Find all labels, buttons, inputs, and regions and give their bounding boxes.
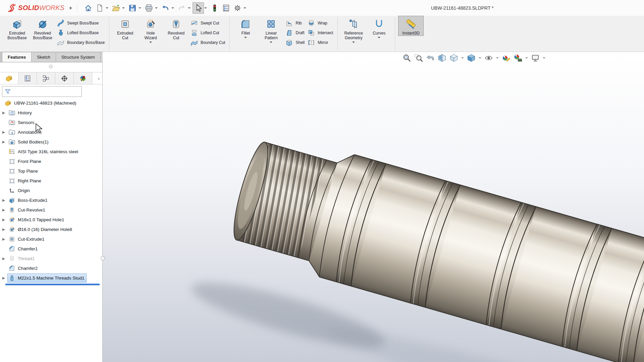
ribbon-button-curves[interactable]: Curves <box>366 16 392 39</box>
dropdown-arrow-icon[interactable] <box>496 57 499 59</box>
tree-item-annotations[interactable]: ▶AAnnotations <box>0 127 102 137</box>
ribbon-button-revolved-cut[interactable]: RevolvedCut <box>163 16 189 41</box>
viewport-3d[interactable] <box>103 52 644 362</box>
dropdown-arrow-icon[interactable] <box>139 7 141 9</box>
dropdown-arrow-icon[interactable] <box>244 37 247 38</box>
traffic-light-button[interactable] <box>209 2 220 14</box>
tree-root-item[interactable]: UBW-21161-48823 (Machined) <box>0 98 102 108</box>
hide-show-items-button[interactable] <box>484 53 494 63</box>
tree-item-chamfer2[interactable]: Chamfer2 <box>0 263 102 273</box>
expand-arrow-icon[interactable]: ▶ <box>0 256 7 261</box>
display-style-button[interactable] <box>466 53 476 63</box>
tree-item-16-0-16-diameter-hole8[interactable]: ▶Ø16.0 (16) Diameter Hole8 <box>0 225 102 234</box>
tab-sketch[interactable]: Sketch <box>31 52 56 62</box>
dropdown-arrow-icon[interactable] <box>378 37 380 38</box>
properties-list-button[interactable] <box>220 2 232 14</box>
undo-button[interactable] <box>160 2 171 14</box>
panel-tabs-expand-chevron-icon[interactable]: › <box>92 72 102 84</box>
expand-arrow-icon[interactable]: ▶ <box>0 140 7 144</box>
tree-item-sensors[interactable]: Sensors <box>0 118 102 127</box>
ribbon-button-mirror[interactable]: Mirror <box>306 38 334 47</box>
tree-item-aisi-type-316l-stainless-steel[interactable]: AISI Type 316L stainless steel <box>0 147 102 157</box>
ribbon-button-swept-cut[interactable]: Swept Cut <box>189 18 226 28</box>
ribbon-button-shell[interactable]: Shell <box>284 38 306 47</box>
view-orientation-button[interactable] <box>449 53 459 63</box>
redo-button[interactable] <box>176 2 187 14</box>
expand-arrow-icon[interactable]: ▶ <box>0 111 7 115</box>
tree-item-thread1[interactable]: ▶Thread1 <box>0 254 102 263</box>
ribbon-button-draft[interactable]: Draft <box>284 28 306 38</box>
expand-arrow-icon[interactable]: ▶ <box>0 237 7 241</box>
section-view-button[interactable] <box>437 53 447 63</box>
expand-arrow-icon[interactable]: ▶ <box>0 218 7 222</box>
options-gear-button[interactable] <box>232 2 243 14</box>
dropdown-arrow-icon[interactable] <box>155 7 158 9</box>
expand-arrow-icon[interactable]: ▶ <box>0 227 7 232</box>
dropdown-arrow-icon[interactable] <box>244 7 246 9</box>
dropdown-arrow-icon[interactable] <box>171 7 174 9</box>
ribbon-button-boundary-boss-base[interactable]: Boundary Boss/Base <box>55 38 106 47</box>
panel-splitter-handle[interactable] <box>101 256 105 260</box>
ribbon-button-boundary-cut[interactable]: Boundary Cut <box>189 38 226 47</box>
dropdown-arrow-icon[interactable] <box>188 7 191 9</box>
ribbon-button-swept-boss-base[interactable]: Swept Boss/Base <box>55 18 106 28</box>
print-button[interactable] <box>143 2 155 14</box>
expand-arrow-icon[interactable]: ▶ <box>0 130 7 134</box>
ribbon-button-linear-pattern[interactable]: LinearPattern <box>258 16 284 43</box>
panel-collapse-handle[interactable] <box>49 65 53 68</box>
panel-tab-configurationmanager[interactable] <box>37 72 55 84</box>
menu-flyout-arrow-icon[interactable] <box>70 6 72 10</box>
ribbon-button-extruded-boss-base[interactable]: ExtrudedBoss/Base <box>4 16 30 41</box>
panel-tab-displaymanager[interactable] <box>74 72 92 84</box>
ribbon-button-lofted-cut[interactable]: Lofted Cut <box>189 28 226 38</box>
ribbon-button-instant3d[interactable]: Instant3D <box>398 16 424 36</box>
dropdown-arrow-icon[interactable] <box>479 57 481 59</box>
ribbon-button-lofted-boss-base[interactable]: Lofted Boss/Base <box>55 28 106 38</box>
ribbon-button-wrap[interactable]: Wrap <box>306 18 334 28</box>
expand-arrow-icon[interactable]: ▶ <box>0 208 7 212</box>
panel-tab-featuremanager[interactable] <box>0 72 18 84</box>
expand-arrow-icon[interactable]: ▶ <box>0 276 7 280</box>
apply-scene-button[interactable] <box>513 53 523 63</box>
ribbon-button-hole-wizard[interactable]: HoleWizard <box>138 16 163 43</box>
zoom-to-fit-button[interactable] <box>402 53 412 63</box>
dropdown-arrow-icon[interactable] <box>525 57 528 59</box>
open-button[interactable] <box>110 2 122 14</box>
select-button[interactable] <box>193 2 204 14</box>
tree-item-history[interactable]: ▶History <box>0 108 102 118</box>
edit-appearance-button[interactable] <box>501 53 511 63</box>
view-settings-button[interactable] <box>530 53 540 63</box>
expand-arrow-icon[interactable]: ▶ <box>0 198 7 202</box>
tree-item-m16x1-0-tapped-hole1[interactable]: ▶M16x1.0 Tapped Hole1 <box>0 215 102 225</box>
tree-item-solid-bodies-1[interactable]: ▶Solid Bodies(1) <box>0 137 102 147</box>
new-document-button[interactable] <box>94 2 105 14</box>
tree-item-cut-extrude1[interactable]: ▶Cut-Extrude1 <box>0 234 102 244</box>
ribbon-button-rib[interactable]: Rib <box>284 18 306 28</box>
ribbon-button-revolved-boss-base[interactable]: RevolvedBoss/Base <box>30 16 55 41</box>
dropdown-arrow-icon[interactable] <box>149 42 152 43</box>
previous-view-button[interactable] <box>425 53 435 63</box>
dropdown-arrow-icon[interactable] <box>106 7 108 9</box>
tree-item-front-plane[interactable]: Front Plane <box>0 157 102 166</box>
ribbon-button-extruded-cut[interactable]: ExtrudedCut <box>112 16 138 41</box>
tree-item-boss-extrude1[interactable]: ▶Boss-Extrude1 <box>0 195 102 205</box>
tree-item-right-plane[interactable]: Right Plane <box>0 176 102 186</box>
ribbon-button-fillet[interactable]: Fillet <box>233 16 258 39</box>
home-button[interactable] <box>83 2 94 14</box>
ribbon-button-intersect[interactable]: Intersect <box>306 28 334 38</box>
tab-features[interactable]: Features <box>2 52 32 62</box>
tree-item-cut-revolve1[interactable]: ▶Cut-Revolve1 <box>0 205 102 215</box>
tree-item-m22x1-5-machine-threads-stud1[interactable]: ▶M22x1.5 Machine Threads Stud1 <box>0 273 102 283</box>
tree-filter-input[interactable] <box>11 87 82 96</box>
rollback-bar[interactable] <box>5 284 100 285</box>
zoom-to-area-button[interactable] <box>414 53 424 63</box>
tree-item-chamfer1[interactable]: Chamfer1 <box>0 244 102 254</box>
dropdown-arrow-icon[interactable] <box>352 42 355 43</box>
dropdown-arrow-icon[interactable] <box>543 57 545 59</box>
dropdown-arrow-icon[interactable] <box>122 7 125 9</box>
panel-tab-propertymanager[interactable] <box>18 72 37 84</box>
save-button[interactable] <box>127 2 138 14</box>
tab-structure-system[interactable]: Structure System <box>56 52 101 62</box>
ribbon-button-reference-geometry[interactable]: ReferenceGeometry <box>341 16 366 43</box>
tree-item-origin[interactable]: Origin <box>0 186 102 195</box>
